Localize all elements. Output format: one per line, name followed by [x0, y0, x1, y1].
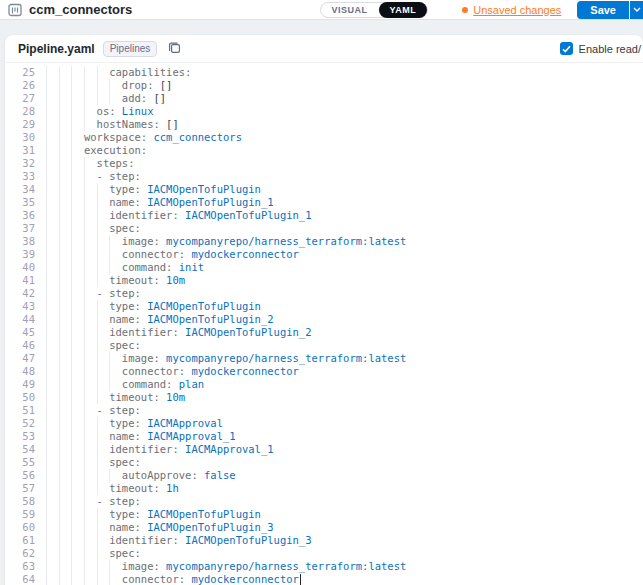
line-number: 58 — [5, 495, 35, 508]
code-line[interactable]: 55spec: — [5, 456, 643, 469]
code-line[interactable]: 50timeout: 10m — [5, 391, 643, 404]
line-number: 38 — [5, 235, 35, 248]
code-line[interactable]: 31execution: — [5, 144, 643, 157]
code-line[interactable]: 27add: [] — [5, 92, 643, 105]
line-content: drop: [] — [35, 79, 172, 92]
line-number: 53 — [5, 430, 35, 443]
line-number: 55 — [5, 456, 35, 469]
line-number: 34 — [5, 183, 35, 196]
line-content: add: [] — [35, 92, 166, 105]
code-line[interactable]: 29hostNames: [] — [5, 118, 643, 131]
code-line[interactable]: 64connector: mydockerconnector — [5, 573, 643, 585]
code-line[interactable]: 56autoApprove: false — [5, 469, 643, 482]
line-number: 35 — [5, 196, 35, 209]
code-line[interactable]: 49command: plan — [5, 378, 643, 391]
enable-read-label: Enable read/ — [579, 43, 641, 55]
line-content: timeout: 10m — [35, 391, 185, 404]
line-number: 25 — [5, 66, 35, 79]
code-line[interactable]: 33- step: — [5, 170, 643, 183]
code-line[interactable]: 59type: IACMOpenTofuPlugin — [5, 508, 643, 521]
line-number: 41 — [5, 274, 35, 287]
line-number: 44 — [5, 313, 35, 326]
line-number: 29 — [5, 118, 35, 131]
code-line[interactable]: 37spec: — [5, 222, 643, 235]
line-content: execution: — [35, 144, 147, 157]
line-content: connector: mydockerconnector — [35, 573, 301, 585]
line-content: identifier: IACMOpenTofuPlugin_2 — [35, 326, 312, 339]
code-line[interactable]: 25capabilities: — [5, 66, 643, 79]
code-line[interactable]: 48connector: mydockerconnector — [5, 365, 643, 378]
line-content: name: IACMOpenTofuPlugin_1 — [35, 196, 274, 209]
toggle-yaml-button[interactable]: YAML — [379, 2, 428, 18]
pipelines-badge: Pipelines — [103, 41, 158, 57]
line-number: 26 — [5, 79, 35, 92]
code-line[interactable]: 61identifier: IACMOpenTofuPlugin_3 — [5, 534, 643, 547]
code-line[interactable]: 54identifier: IACMApproval_1 — [5, 443, 643, 456]
code-line[interactable]: 41timeout: 10m — [5, 274, 643, 287]
unsaved-changes-label: Unsaved changes — [473, 4, 561, 16]
copy-yaml-button[interactable] — [168, 41, 181, 57]
save-split-button: Save — [577, 1, 643, 19]
line-content: timeout: 1h — [35, 482, 179, 495]
yaml-editor-card: Pipeline.yaml Pipelines Enable read/ 25c… — [5, 35, 643, 585]
line-content: spec: — [35, 339, 141, 352]
yaml-editor[interactable]: 25capabilities:26drop: []27add: []28os: … — [5, 63, 643, 585]
line-content: connector: mydockerconnector — [35, 248, 299, 261]
code-line[interactable]: 52type: IACMApproval — [5, 417, 643, 430]
line-content: capabilities: — [35, 66, 191, 79]
line-number: 57 — [5, 482, 35, 495]
save-button[interactable]: Save — [577, 1, 629, 19]
line-number: 49 — [5, 378, 35, 391]
line-number: 61 — [5, 534, 35, 547]
line-content: image: mycompanyrepo/harness_terraform:l… — [35, 352, 406, 365]
page-title: ccm_connectors — [29, 2, 132, 17]
line-content: identifier: IACMApproval_1 — [35, 443, 274, 456]
line-content: spec: — [35, 222, 141, 235]
code-line[interactable]: 28os: Linux — [5, 105, 643, 118]
line-content: command: plan — [35, 378, 204, 391]
text-cursor — [300, 574, 302, 585]
code-line[interactable]: 62spec: — [5, 547, 643, 560]
code-line[interactable]: 38image: mycompanyrepo/harness_terraform… — [5, 235, 643, 248]
code-line[interactable]: 35name: IACMOpenTofuPlugin_1 — [5, 196, 643, 209]
code-line[interactable]: 53name: IACMApproval_1 — [5, 430, 643, 443]
code-line[interactable]: 34type: IACMOpenTofuPlugin — [5, 183, 643, 196]
code-line[interactable]: 58- step: — [5, 495, 643, 508]
code-line[interactable]: 47image: mycompanyrepo/harness_terraform… — [5, 352, 643, 365]
code-line[interactable]: 26drop: [] — [5, 79, 643, 92]
toggle-visual-button[interactable]: VISUAL — [321, 2, 379, 18]
code-line[interactable]: 51- step: — [5, 404, 643, 417]
code-line[interactable]: 46spec: — [5, 339, 643, 352]
code-line[interactable]: 40command: init — [5, 261, 643, 274]
line-number: 62 — [5, 547, 35, 560]
line-number: 59 — [5, 508, 35, 521]
line-number: 42 — [5, 287, 35, 300]
enable-read-checkbox[interactable] — [560, 42, 573, 55]
line-content: identifier: IACMOpenTofuPlugin_3 — [35, 534, 312, 547]
line-number: 51 — [5, 404, 35, 417]
code-line[interactable]: 43type: IACMOpenTofuPlugin — [5, 300, 643, 313]
code-line[interactable]: 36identifier: IACMOpenTofuPlugin_1 — [5, 209, 643, 222]
line-number: 32 — [5, 157, 35, 170]
code-line[interactable]: 44name: IACMOpenTofuPlugin_2 — [5, 313, 643, 326]
line-number: 54 — [5, 443, 35, 456]
file-name-label: Pipeline.yaml — [18, 42, 95, 56]
line-number: 40 — [5, 261, 35, 274]
line-content: name: IACMApproval_1 — [35, 430, 236, 443]
code-line[interactable]: 30workspace: ccm_connectors — [5, 131, 643, 144]
code-line[interactable]: 63image: mycompanyrepo/harness_terraform… — [5, 560, 643, 573]
code-line[interactable]: 39connector: mydockerconnector — [5, 248, 643, 261]
code-line[interactable]: 42- step: — [5, 287, 643, 300]
line-content: hostNames: [] — [35, 118, 179, 131]
line-number: 28 — [5, 105, 35, 118]
line-content: timeout: 10m — [35, 274, 185, 287]
code-line[interactable]: 45identifier: IACMOpenTofuPlugin_2 — [5, 326, 643, 339]
line-number: 36 — [5, 209, 35, 222]
save-dropdown-button[interactable] — [630, 1, 643, 19]
code-line[interactable]: 60name: IACMOpenTofuPlugin_3 — [5, 521, 643, 534]
line-content: image: mycompanyrepo/harness_terraform:l… — [35, 560, 406, 573]
line-content: spec: — [35, 547, 141, 560]
line-number: 31 — [5, 144, 35, 157]
code-line[interactable]: 32steps: — [5, 157, 643, 170]
code-line[interactable]: 57timeout: 1h — [5, 482, 643, 495]
